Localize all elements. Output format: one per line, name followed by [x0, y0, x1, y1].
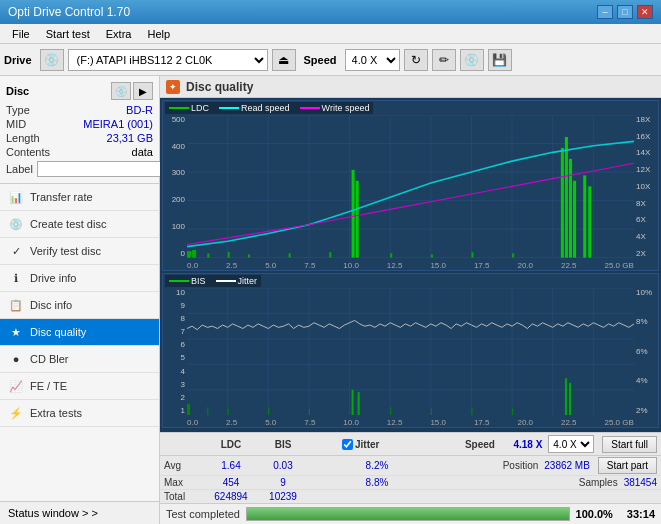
drive-info-icon: ℹ [8, 270, 24, 286]
contents-label: Contents [6, 146, 50, 158]
speed-stat-label: Speed [452, 439, 507, 450]
speed-select[interactable]: 4.0 X [345, 49, 400, 71]
disc-icon-btn1[interactable]: 💿 [111, 82, 131, 100]
edit-button[interactable]: ✏ [432, 49, 456, 71]
progress-bar [246, 507, 570, 521]
disc-quality-icon: ★ [8, 324, 24, 340]
nav-items: 📊 Transfer rate 💿 Create test disc ✓ Ver… [0, 184, 159, 501]
menu-file[interactable]: File [4, 26, 38, 42]
nav-extra-tests[interactable]: ⚡ Extra tests [0, 400, 159, 427]
progress-time: 33:14 [627, 508, 655, 520]
jitter-checkbox[interactable] [342, 439, 353, 450]
drive-select[interactable]: (F:) ATAPI iHBS112 2 CL0K [68, 49, 268, 71]
nav-create-test-disc[interactable]: 💿 Create test disc [0, 211, 159, 238]
position-label: Position [503, 460, 539, 471]
bottom-chart-svg [187, 288, 634, 415]
refresh-button[interactable]: ↻ [404, 49, 428, 71]
ldc-legend-label: LDC [191, 103, 209, 113]
disc-section-title: Disc [6, 85, 29, 97]
top-chart: LDC Read speed Write speed 500 400 300 [162, 100, 659, 271]
read-speed-legend-color [219, 107, 239, 109]
jitter-legend-color [216, 280, 236, 282]
nav-drive-info-label: Drive info [30, 272, 76, 284]
nav-verify-test-disc[interactable]: ✓ Verify test disc [0, 238, 159, 265]
nav-disc-info-label: Disc info [30, 299, 72, 311]
menu-help[interactable]: Help [139, 26, 178, 42]
disc-info-icon: 📋 [8, 297, 24, 313]
eject-button[interactable]: ⏏ [272, 49, 296, 71]
charts-area: LDC Read speed Write speed 500 400 300 [160, 98, 661, 432]
menu-start-test[interactable]: Start test [38, 26, 98, 42]
menu-extra[interactable]: Extra [98, 26, 140, 42]
nav-transfer-rate[interactable]: 📊 Transfer rate [0, 184, 159, 211]
window-controls: – □ ✕ [597, 5, 653, 19]
svg-rect-19 [356, 181, 359, 258]
close-button[interactable]: ✕ [637, 5, 653, 19]
speed-stat-select[interactable]: 4.0 X [548, 435, 594, 453]
bis-header: BIS [258, 439, 308, 450]
status-window-button[interactable]: Status window > > [0, 501, 159, 524]
svg-rect-17 [192, 250, 196, 258]
nav-verify-test-disc-label: Verify test disc [30, 245, 101, 257]
nav-cd-bler[interactable]: ● CD Bler [0, 346, 159, 373]
avg-ldc: 1.64 [206, 460, 256, 471]
save-button[interactable]: 💾 [488, 49, 512, 71]
ldc-header: LDC [206, 439, 256, 450]
svg-rect-22 [569, 159, 572, 258]
sidebar: Disc 💿 ▶ Type BD-R MID MEIRA1 (001) Leng… [0, 76, 160, 524]
jitter-legend-label: Jitter [238, 276, 258, 286]
svg-rect-24 [583, 175, 586, 257]
svg-rect-61 [431, 408, 432, 415]
contents-value: data [132, 146, 153, 158]
svg-rect-54 [565, 378, 567, 415]
nav-create-test-disc-label: Create test disc [30, 218, 106, 230]
read-speed-legend: Read speed [219, 103, 290, 113]
svg-rect-51 [187, 403, 190, 415]
maximize-button[interactable]: □ [617, 5, 633, 19]
progress-bar-container: Test completed 100.0% 33:14 [160, 503, 661, 524]
length-label: Length [6, 132, 40, 144]
svg-rect-63 [512, 408, 513, 415]
disc-icon-btn2[interactable]: ▶ [133, 82, 153, 100]
max-ldc: 454 [206, 477, 256, 488]
svg-rect-31 [390, 253, 392, 257]
nav-drive-info[interactable]: ℹ Drive info [0, 265, 159, 292]
disc-button[interactable]: 💿 [460, 49, 484, 71]
drive-icon-btn[interactable]: 💿 [40, 49, 64, 71]
label-input[interactable] [37, 161, 170, 177]
nav-fe-te[interactable]: 📈 FE / TE [0, 373, 159, 400]
menu-bar: File Start test Extra Help [0, 24, 661, 44]
bottom-panel: LDC BIS Jitter Speed 4.18 X 4.0 X Start … [160, 432, 661, 503]
nav-cd-bler-label: CD Bler [30, 353, 69, 365]
ldc-legend-color [169, 107, 189, 109]
speed-label: Speed [304, 54, 337, 66]
nav-transfer-rate-label: Transfer rate [30, 191, 93, 203]
svg-rect-28 [248, 254, 250, 257]
total-label: Total [164, 491, 204, 502]
svg-rect-25 [588, 186, 591, 257]
write-speed-legend-label: Write speed [322, 103, 370, 113]
svg-rect-21 [565, 137, 568, 258]
position-value: 23862 MB [544, 460, 590, 471]
jitter-header: Jitter [355, 439, 379, 450]
minimize-button[interactable]: – [597, 5, 613, 19]
bottom-chart: BIS Jitter 10 9 8 7 6 5 4 3 [162, 273, 659, 428]
create-test-disc-icon: 💿 [8, 216, 24, 232]
svg-rect-53 [358, 392, 360, 415]
start-full-button[interactable]: Start full [602, 436, 657, 453]
svg-rect-29 [289, 253, 291, 257]
fe-te-icon: 📈 [8, 378, 24, 394]
nav-disc-info[interactable]: 📋 Disc info [0, 292, 159, 319]
disc-info-panel: Disc 💿 ▶ Type BD-R MID MEIRA1 (001) Leng… [0, 76, 159, 184]
nav-extra-tests-label: Extra tests [30, 407, 82, 419]
type-label: Type [6, 104, 30, 116]
nav-disc-quality[interactable]: ★ Disc quality [0, 319, 159, 346]
bottom-chart-legend: BIS Jitter [165, 275, 261, 287]
svg-rect-16 [187, 251, 191, 258]
avg-bis: 0.03 [258, 460, 308, 471]
app-title: Opti Drive Control 1.70 [8, 5, 130, 19]
progress-bar-fill [247, 508, 569, 520]
svg-rect-32 [431, 254, 433, 257]
start-part-button[interactable]: Start part [598, 457, 657, 474]
svg-rect-34 [512, 253, 514, 257]
